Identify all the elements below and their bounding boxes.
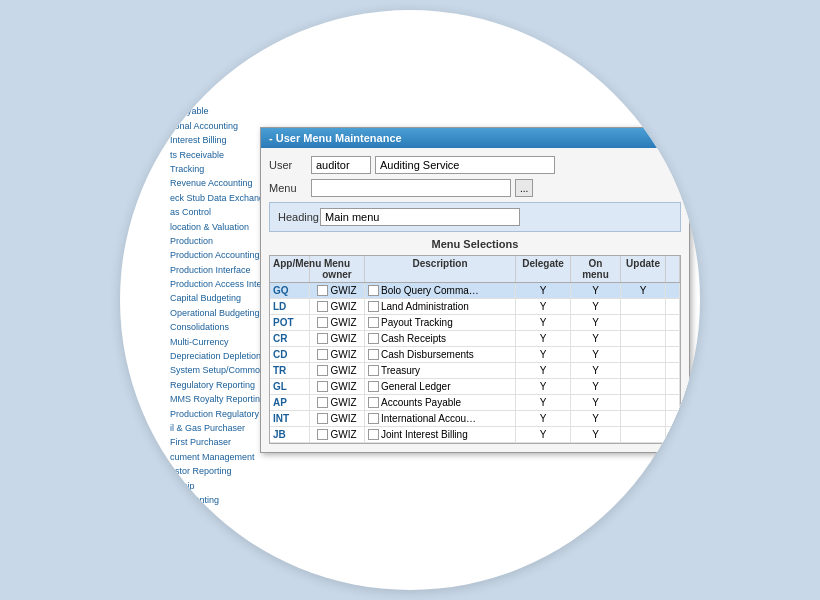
menu-row: Menu ... bbox=[269, 179, 681, 197]
menu-input[interactable] bbox=[311, 179, 511, 197]
heading-input[interactable] bbox=[320, 208, 520, 226]
td-scroll bbox=[666, 283, 680, 298]
td-app: INT bbox=[270, 411, 310, 426]
heading-section: Heading bbox=[269, 202, 681, 232]
owner-checkbox[interactable] bbox=[317, 397, 328, 408]
td-update bbox=[621, 331, 666, 346]
td-description: International Accounting bbox=[365, 411, 516, 426]
desc-checkbox[interactable] bbox=[368, 333, 379, 344]
td-on-menu: Y bbox=[571, 411, 621, 426]
menu-label: Menu bbox=[269, 182, 307, 194]
left-panel-item[interactable]: estor Reporting bbox=[170, 464, 300, 478]
td-on-menu: Y bbox=[571, 363, 621, 378]
td-delegate: Y bbox=[516, 411, 571, 426]
col-app-menu: App/Menu bbox=[270, 256, 310, 282]
desc-checkbox[interactable] bbox=[368, 413, 379, 424]
td-owner: GWIZ bbox=[310, 299, 365, 314]
desc-checkbox[interactable] bbox=[368, 349, 379, 360]
td-delegate: Y bbox=[516, 283, 571, 298]
owner-checkbox[interactable] bbox=[317, 413, 328, 424]
table-row[interactable]: GL GWIZ General Ledger Y Y bbox=[270, 379, 680, 395]
desc-checkbox[interactable] bbox=[368, 381, 379, 392]
heading-row: Heading bbox=[278, 208, 672, 226]
owner-checkbox[interactable] bbox=[317, 333, 328, 344]
td-delegate: Y bbox=[516, 315, 571, 330]
user-name-input[interactable] bbox=[375, 156, 555, 174]
desc-checkbox[interactable] bbox=[368, 429, 379, 440]
left-panel-item[interactable]: ge Logging bbox=[170, 536, 300, 550]
td-owner: GWIZ bbox=[310, 379, 365, 394]
owner-checkbox[interactable] bbox=[317, 301, 328, 312]
td-update bbox=[621, 395, 666, 410]
table-body: GQ GWIZ Bolo Query Command Line Int Y Y … bbox=[270, 283, 680, 443]
col-delegate: Delegate bbox=[516, 256, 571, 282]
td-app: AP bbox=[270, 395, 310, 410]
circle-background: er s payable tional Accounting Interest … bbox=[120, 10, 700, 590]
td-delegate: Y bbox=[516, 363, 571, 378]
left-panel-item[interactable]: agement bbox=[170, 507, 300, 521]
td-delegate: Y bbox=[516, 347, 571, 362]
td-description: Cash Disbursements bbox=[365, 347, 516, 362]
left-panel-item[interactable]: Applications bbox=[170, 551, 300, 565]
left-panel-item[interactable]: s payable bbox=[170, 104, 300, 118]
td-description: Treasury bbox=[365, 363, 516, 378]
menu-browse-button[interactable]: ... bbox=[515, 179, 533, 197]
desc-checkbox[interactable] bbox=[368, 301, 379, 312]
td-description: Land Administration bbox=[365, 299, 516, 314]
td-description: General Ledger bbox=[365, 379, 516, 394]
desc-checkbox[interactable] bbox=[368, 285, 379, 296]
td-description: Cash Receipts bbox=[365, 331, 516, 346]
desc-checkbox[interactable] bbox=[368, 397, 379, 408]
td-delegate: Y bbox=[516, 331, 571, 346]
owner-checkbox[interactable] bbox=[317, 285, 328, 296]
table-row[interactable]: GQ GWIZ Bolo Query Command Line Int Y Y … bbox=[270, 283, 680, 299]
left-panel-item[interactable]: er bbox=[170, 90, 300, 104]
user-input[interactable] bbox=[311, 156, 371, 174]
td-scroll bbox=[666, 411, 680, 426]
desc-checkbox[interactable] bbox=[368, 317, 379, 328]
desc-checkbox[interactable] bbox=[368, 365, 379, 376]
td-app: GQ bbox=[270, 283, 310, 298]
col-update: Update bbox=[621, 256, 666, 282]
table-row[interactable]: JB GWIZ Joint Interest Billing Y Y bbox=[270, 427, 680, 443]
td-app: POT bbox=[270, 315, 310, 330]
owner-checkbox[interactable] bbox=[317, 429, 328, 440]
owner-checkbox[interactable] bbox=[317, 381, 328, 392]
td-description: Accounts Payable bbox=[365, 395, 516, 410]
heading-label: Heading bbox=[278, 211, 316, 223]
table-row[interactable]: CR GWIZ Cash Receipts Y Y bbox=[270, 331, 680, 347]
table-row[interactable]: TR GWIZ Treasury Y Y bbox=[270, 363, 680, 379]
col-menu-owner: Menu owner bbox=[310, 256, 365, 282]
td-owner: GWIZ bbox=[310, 363, 365, 378]
td-owner: GWIZ bbox=[310, 347, 365, 362]
td-scroll bbox=[666, 395, 680, 410]
td-update bbox=[621, 427, 666, 442]
left-panel-item[interactable]: Accounting bbox=[170, 493, 300, 507]
left-panel-item[interactable]: dministrator bbox=[170, 522, 300, 536]
td-owner: GWIZ bbox=[310, 315, 365, 330]
owner-checkbox[interactable] bbox=[317, 317, 328, 328]
owner-checkbox[interactable] bbox=[317, 349, 328, 360]
td-on-menu: Y bbox=[571, 283, 621, 298]
td-delegate: Y bbox=[516, 299, 571, 314]
td-description: Joint Interest Billing bbox=[365, 427, 516, 442]
table-row[interactable]: INT GWIZ International Accounting Y Y bbox=[270, 411, 680, 427]
td-on-menu: Y bbox=[571, 331, 621, 346]
user-row: User bbox=[269, 156, 681, 174]
td-app: TR bbox=[270, 363, 310, 378]
td-app: LD bbox=[270, 299, 310, 314]
table-header: App/Menu Menu owner Description Delegate… bbox=[270, 256, 680, 283]
td-scroll bbox=[666, 379, 680, 394]
td-update bbox=[621, 411, 666, 426]
left-panel-item[interactable]: ership bbox=[170, 479, 300, 493]
td-update bbox=[621, 363, 666, 378]
table-row[interactable]: AP GWIZ Accounts Payable Y Y bbox=[270, 395, 680, 411]
table-row[interactable]: CD GWIZ Cash Disbursements Y Y bbox=[270, 347, 680, 363]
td-scroll bbox=[666, 331, 680, 346]
owner-checkbox[interactable] bbox=[317, 365, 328, 376]
table-row[interactable]: LD GWIZ Land Administration Y Y bbox=[270, 299, 680, 315]
table-row[interactable]: POT GWIZ Payout Tracking Y Y bbox=[270, 315, 680, 331]
title-bar: - User Menu Maintenance bbox=[261, 128, 689, 148]
menu-table: App/Menu Menu owner Description Delegate… bbox=[269, 255, 681, 444]
td-app: CR bbox=[270, 331, 310, 346]
